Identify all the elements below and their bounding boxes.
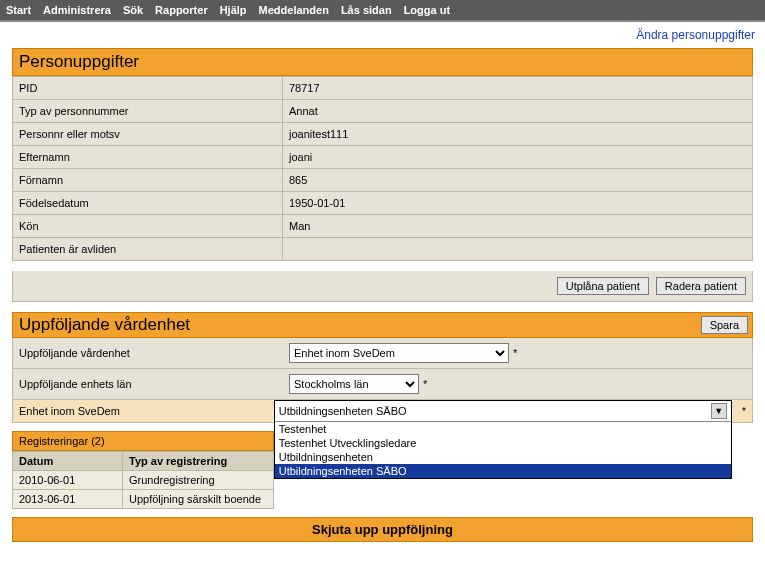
nav-las-sidan[interactable]: Lås sidan — [341, 4, 392, 16]
link-bar: Ändra personuppgifter — [0, 22, 765, 48]
vardenhet-select[interactable]: Enhet inom SveDem — [289, 343, 509, 363]
table-row: Förnamn865 — [13, 169, 753, 192]
field-label: Efternamn — [13, 146, 283, 169]
field-value: joani — [283, 146, 753, 169]
field-label: Uppföljande vårdenhet — [13, 342, 283, 364]
person-section-header: Personuppgifter — [12, 48, 753, 76]
field-value: Annat — [283, 100, 753, 123]
enhet-option[interactable]: Testenhet — [275, 422, 731, 436]
field-label: Födelsedatum — [13, 192, 283, 215]
table-row: Personnr eller motsvjoanitest111 — [13, 123, 753, 146]
followup-title: Uppföljande vårdenhet — [19, 315, 190, 335]
reg-type: Uppföljning särskilt boende — [123, 490, 274, 509]
enhet-selected[interactable]: Utbildningsenheten SÄBO ▼ — [275, 401, 731, 422]
followup-row-lan: Uppföljande enhets län Stockholms län * — [12, 369, 753, 400]
col-type[interactable]: Typ av registrering — [123, 452, 274, 471]
required-marker: * — [513, 347, 517, 359]
field-value: Man — [283, 215, 753, 238]
registrations-table: Datum Typ av registrering 2010-06-01 Gru… — [12, 451, 274, 509]
enhet-option[interactable]: Utbildningsenheten — [275, 450, 731, 464]
field-label: PID — [13, 77, 283, 100]
radera-patient-button[interactable]: Radera patient — [656, 277, 746, 295]
enhet-options-list: Testenhet Testenhet Utvecklingsledare Ut… — [275, 422, 731, 478]
enhet-option-selected[interactable]: Utbildningsenheten SÄBO — [275, 464, 731, 478]
table-row: Typ av personnummerAnnat — [13, 100, 753, 123]
nav-sok[interactable]: Sök — [123, 4, 143, 16]
table-row: Patienten är avliden — [13, 238, 753, 261]
field-label: Typ av personnummer — [13, 100, 283, 123]
reg-type: Grundregistrering — [123, 471, 274, 490]
spara-button[interactable]: Spara — [701, 316, 748, 334]
table-row: KönMan — [13, 215, 753, 238]
person-info-table: PID78717 Typ av personnummerAnnat Person… — [12, 76, 753, 261]
edit-person-link[interactable]: Ändra personuppgifter — [636, 28, 755, 42]
chevron-down-icon[interactable]: ▼ — [711, 403, 727, 419]
table-row: PID78717 — [13, 77, 753, 100]
table-row[interactable]: 2013-06-01 Uppföljning särskilt boende — [13, 490, 274, 509]
field-value: joanitest111 — [283, 123, 753, 146]
nav-administrera[interactable]: Administrera — [43, 4, 111, 16]
lan-select[interactable]: Stockholms län — [289, 374, 419, 394]
field-label: Kön — [13, 215, 283, 238]
field-label: Patienten är avliden — [13, 238, 283, 261]
table-row: Efternamnjoani — [13, 146, 753, 169]
reg-date: 2013-06-01 — [13, 490, 123, 509]
top-navigation: Start Administrera Sök Rapporter Hjälp M… — [0, 0, 765, 22]
person-action-bar: Utplåna patient Radera patient — [12, 271, 753, 302]
utplana-patient-button[interactable]: Utplåna patient — [557, 277, 649, 295]
reg-date: 2010-06-01 — [13, 471, 123, 490]
registrations-header: Registreringar (2) — [12, 431, 274, 451]
enhet-selected-text: Utbildningsenheten SÄBO — [279, 405, 407, 417]
field-label: Uppföljande enhets län — [13, 373, 283, 395]
enhet-option[interactable]: Testenhet Utvecklingsledare — [275, 436, 731, 450]
table-row[interactable]: 2010-06-01 Grundregistrering — [13, 471, 274, 490]
field-value: 865 — [283, 169, 753, 192]
nav-logga-ut[interactable]: Logga ut — [404, 4, 450, 16]
field-value — [283, 238, 753, 261]
enhet-select-open[interactable]: Utbildningsenheten SÄBO ▼ Testenhet Test… — [274, 400, 732, 479]
nav-start[interactable]: Start — [6, 4, 31, 16]
followup-row-vardenhet: Uppföljande vårdenhet Enhet inom SveDem … — [12, 338, 753, 369]
field-label: Förnamn — [13, 169, 283, 192]
followup-row-enhet: Enhet inom SveDem Utbildningsenheten SÄB… — [12, 400, 753, 423]
skjuta-upp-button[interactable]: Skjuta upp uppföljning — [12, 517, 753, 542]
field-label: Personnr eller motsv — [13, 123, 283, 146]
field-value: 78717 — [283, 77, 753, 100]
table-row: Födelsedatum1950-01-01 — [13, 192, 753, 215]
required-marker: * — [742, 405, 746, 417]
required-marker: * — [423, 378, 427, 390]
col-date[interactable]: Datum — [13, 452, 123, 471]
field-value: 1950-01-01 — [283, 192, 753, 215]
nav-hjalp[interactable]: Hjälp — [220, 4, 247, 16]
nav-meddelanden[interactable]: Meddelanden — [259, 4, 329, 16]
nav-rapporter[interactable]: Rapporter — [155, 4, 208, 16]
field-label: Enhet inom SveDem — [13, 400, 274, 422]
followup-section-header: Uppföljande vårdenhet Spara — [12, 312, 753, 338]
